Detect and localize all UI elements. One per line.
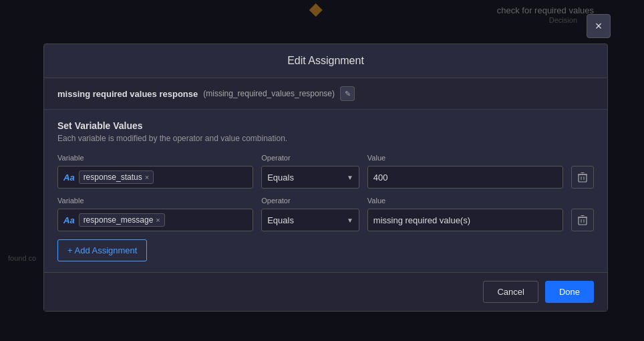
chevron-icon-1: ▼: [347, 174, 353, 181]
operator-label-1: Operator: [261, 154, 359, 162]
var-tag-label-1: response_status: [84, 173, 142, 182]
var-tag-label-2: response_message: [84, 215, 154, 225]
var-tag-close-1[interactable]: ×: [145, 173, 149, 181]
operator-select-1[interactable]: Equals ▼: [261, 166, 359, 189]
value-input-1[interactable]: 400: [367, 166, 563, 189]
variable-field-group-2: Variable Aa response_message ×: [57, 197, 253, 231]
svg-rect-0: [579, 175, 587, 182]
variable-input-1[interactable]: Aa response_status ×: [57, 166, 253, 189]
assignment-row-1: Variable Aa response_status × Operator E…: [57, 154, 594, 189]
var-type-icon-2: Aa: [63, 215, 75, 225]
var-tag-1: response_status ×: [79, 170, 154, 184]
close-button[interactable]: ×: [587, 14, 611, 38]
section-title: Set Variable Values: [57, 120, 594, 131]
value-label-1: Value: [367, 154, 563, 162]
variable-label-1: Variable: [57, 154, 253, 162]
variable-field-group-1: Variable Aa response_status ×: [57, 154, 253, 189]
svg-rect-5: [579, 217, 587, 225]
modal-subheader: missing required values response (missin…: [44, 78, 607, 110]
done-button[interactable]: Done: [545, 281, 594, 303]
modal-title: Edit Assignment: [44, 44, 607, 78]
delete-row-button-2[interactable]: [571, 209, 594, 231]
modal-body: Set Variable Values Each variable is mod…: [44, 110, 607, 272]
trash-icon-1: [578, 172, 587, 183]
modal-footer: Cancel Done: [44, 272, 607, 311]
value-field-group-1: Value 400: [367, 154, 563, 189]
trash-icon-2: [578, 215, 587, 225]
section-desc: Each variable is modified by the operato…: [57, 134, 594, 143]
operator-value-2: Equals: [267, 215, 294, 225]
operator-label-2: Operator: [261, 197, 359, 205]
delete-row-button-1[interactable]: [571, 166, 594, 189]
chevron-icon-2: ▼: [347, 217, 353, 224]
edit-assignment-modal: × Edit Assignment missing required value…: [43, 43, 608, 312]
add-assignment-button[interactable]: + Add Assignment: [57, 239, 147, 261]
value-text-1: 400: [373, 173, 388, 183]
operator-value-1: Equals: [267, 173, 294, 183]
edit-name-button[interactable]: ✎: [340, 86, 355, 101]
value-label-2: Value: [367, 197, 563, 205]
var-tag-2: response_message ×: [79, 213, 165, 227]
variable-name-bold: missing required values response: [57, 89, 198, 99]
variable-name-internal: (missing_required_values_response): [203, 89, 335, 98]
operator-field-group-2: Operator Equals ▼: [261, 197, 359, 231]
value-field-group-2: Value missing required value(s): [367, 197, 563, 231]
var-tag-close-2[interactable]: ×: [156, 216, 160, 224]
value-text-2: missing required value(s): [373, 215, 470, 225]
assignment-row-2: Variable Aa response_message × Operator …: [57, 197, 594, 231]
variable-label-2: Variable: [57, 197, 253, 205]
cancel-button[interactable]: Cancel: [483, 281, 538, 303]
operator-field-group-1: Operator Equals ▼: [261, 154, 359, 189]
operator-select-2[interactable]: Equals ▼: [261, 209, 359, 231]
variable-input-2[interactable]: Aa response_message ×: [57, 209, 253, 231]
var-type-icon-1: Aa: [63, 173, 75, 183]
value-input-2[interactable]: missing required value(s): [367, 209, 563, 231]
